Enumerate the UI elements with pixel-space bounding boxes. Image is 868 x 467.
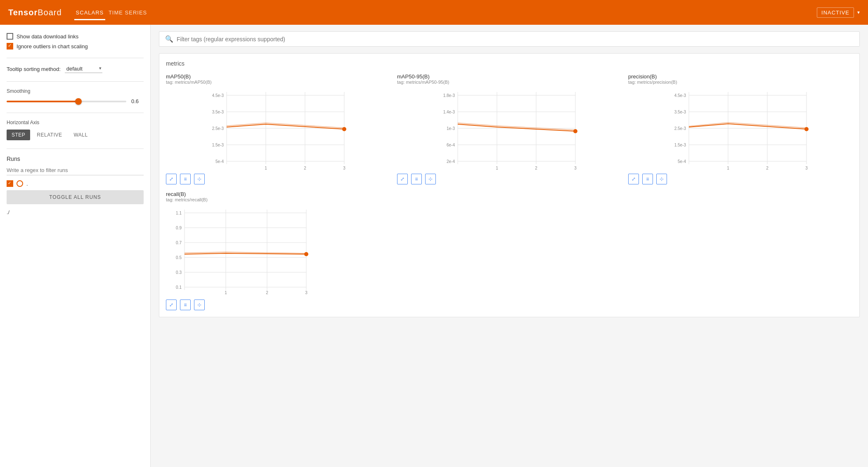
- show-download-row[interactable]: Show data download links: [7, 33, 144, 40]
- divider-2: [7, 81, 144, 82]
- runs-section: Runs . TOGGLE ALL RUNS ./: [7, 156, 144, 215]
- chart-recall-container: 1.1 0.9 0.7 0.5 0.3 0.1: [166, 205, 853, 296]
- svg-text:0.3: 0.3: [176, 270, 182, 275]
- filter-tags-input[interactable]: [177, 36, 854, 42]
- toggle-all-runs-button[interactable]: TOGGLE ALL RUNS: [7, 190, 144, 204]
- svg-text:1.8e-3: 1.8e-3: [443, 93, 455, 98]
- nav-time-series[interactable]: TIME SERIES: [107, 6, 149, 19]
- svg-text:3: 3: [805, 166, 808, 170]
- status-dropdown-arrow[interactable]: ▾: [857, 9, 860, 15]
- charts-grid: mAP50(B) tag: metrics/mAP50(B) 4.5e-3 3.…: [166, 73, 853, 184]
- svg-text:4.5e-3: 4.5e-3: [674, 93, 686, 98]
- axis-wall-btn[interactable]: WALL: [69, 130, 92, 140]
- chart-map50-icons: ⤢ ≡ ⊹: [166, 174, 390, 184]
- svg-point-73: [304, 252, 308, 256]
- tooltip-section: Tooltip sorting method: default ascendin…: [7, 65, 144, 73]
- svg-text:2.5e-3: 2.5e-3: [674, 126, 686, 131]
- data-icon-2[interactable]: ≡: [411, 174, 422, 184]
- tooltip-label: Tooltip sorting method:: [7, 66, 61, 72]
- chart-map50-title: mAP50(B): [166, 73, 390, 80]
- ignore-outliers-label: Ignore outliers in chart scaling: [17, 43, 88, 50]
- slider-row: 0.6: [7, 98, 144, 104]
- header-right: INACTIVE ▾: [817, 7, 860, 18]
- crosshair-icon-2[interactable]: ⊹: [425, 174, 436, 184]
- chart-map50-95: mAP50-95(B) tag: metrics/mAP50-95(B) 1.8…: [397, 73, 622, 184]
- svg-text:3.5e-3: 3.5e-3: [674, 110, 686, 114]
- divider-3: [7, 113, 144, 113]
- chart-map50-95-tag: tag: metrics/mAP50-95(B): [397, 80, 622, 85]
- svg-text:0.7: 0.7: [176, 241, 182, 245]
- axis-title: Horizontal Axis: [7, 120, 144, 125]
- chart-map50-tag: tag: metrics/mAP50(B): [166, 80, 390, 85]
- run-checkbox[interactable]: [7, 180, 13, 187]
- svg-text:2: 2: [766, 166, 769, 170]
- logo: TensorBoard: [8, 8, 62, 17]
- smoothing-title: Smoothing: [7, 88, 144, 94]
- status-badge: INACTIVE: [817, 7, 854, 18]
- run-path: ./: [7, 209, 9, 215]
- svg-text:0.5: 0.5: [176, 255, 182, 260]
- data-icon-1[interactable]: ≡: [180, 174, 191, 184]
- chart-precision-svg: 4.5e-3 3.5e-3 2.5e-3 1.5e-3 5e-4: [628, 88, 853, 170]
- chart-recall-title: recall(B): [166, 191, 853, 197]
- runs-title: Runs: [7, 156, 144, 162]
- chart-recall-svg: 1.1 0.9 0.7 0.5 0.3 0.1: [166, 205, 315, 296]
- chart-map50-95-svg: 1.8e-3 1.4e-3 1e-3 6e-4 2e-4: [397, 88, 622, 170]
- nav-scalars[interactable]: SCALARS: [74, 6, 106, 20]
- divider-1: [7, 58, 144, 58]
- data-icon-3[interactable]: ≡: [642, 174, 653, 184]
- expand-icon-4[interactable]: ⤢: [166, 300, 177, 310]
- svg-text:1.5e-3: 1.5e-3: [674, 143, 686, 147]
- svg-text:1.4e-3: 1.4e-3: [443, 110, 455, 114]
- chart-map50-95-title: mAP50-95(B): [397, 73, 622, 80]
- svg-text:1: 1: [496, 166, 498, 170]
- smoothing-slider[interactable]: [7, 101, 126, 102]
- runs-filter-input[interactable]: [7, 165, 144, 175]
- expand-icon-3[interactable]: ⤢: [628, 174, 639, 184]
- chart-map50: mAP50(B) tag: metrics/mAP50(B) 4.5e-3 3.…: [166, 73, 390, 184]
- chart-map50-95-container: 1.8e-3 1.4e-3 1e-3 6e-4 2e-4: [397, 88, 622, 170]
- axis-step-btn[interactable]: STEP: [7, 130, 30, 140]
- sidebar: Show data download links Ignore outliers…: [0, 25, 151, 467]
- svg-text:1.1: 1.1: [176, 211, 182, 215]
- tooltip-row: Tooltip sorting method: default ascendin…: [7, 65, 144, 73]
- smoothing-section: Smoothing 0.6: [7, 88, 144, 104]
- smoothing-value: 0.6: [131, 98, 144, 104]
- chart-map50-container: 4.5e-3 3.5e-3 2.5e-3 1.5e-3 5e-4: [166, 88, 390, 170]
- svg-text:1: 1: [727, 166, 729, 170]
- chart-precision: precision(B) tag: metrics/precision(B) 4…: [628, 73, 853, 184]
- crosshair-icon-1[interactable]: ⊹: [194, 174, 205, 184]
- svg-text:2.5e-3: 2.5e-3: [212, 126, 224, 131]
- svg-text:2e-4: 2e-4: [447, 159, 455, 164]
- svg-text:0.1: 0.1: [176, 285, 182, 290]
- svg-point-35: [573, 129, 577, 133]
- data-icon-4[interactable]: ≡: [180, 300, 191, 310]
- crosshair-icon-3[interactable]: ⊹: [656, 174, 667, 184]
- run-row: .: [7, 180, 144, 187]
- metrics-section: metrics mAP50(B) tag: metrics/mAP50(B) 4…: [159, 53, 860, 317]
- chart-recall: recall(B) tag: metrics/recall(B) 1.1 0.9…: [166, 191, 853, 310]
- svg-text:1.5e-3: 1.5e-3: [212, 143, 224, 147]
- chart-precision-container: 4.5e-3 3.5e-3 2.5e-3 1.5e-3 5e-4: [628, 88, 853, 170]
- ignore-outliers-checkbox[interactable]: [7, 43, 13, 50]
- run-name: .: [26, 181, 28, 187]
- search-icon: 🔍: [165, 35, 173, 43]
- svg-text:3: 3: [574, 166, 577, 170]
- crosshair-icon-4[interactable]: ⊹: [194, 300, 205, 310]
- ignore-outliers-row[interactable]: Ignore outliers in chart scaling: [7, 43, 144, 50]
- show-download-checkbox[interactable]: [7, 33, 13, 40]
- svg-point-17: [342, 127, 346, 131]
- slider-thumb[interactable]: [75, 98, 82, 105]
- tooltip-select[interactable]: default ascending descending nearest: [65, 65, 102, 73]
- run-color-indicator: [17, 180, 23, 187]
- svg-text:3: 3: [343, 166, 345, 170]
- show-download-label: Show data download links: [17, 33, 78, 40]
- expand-icon-1[interactable]: ⤢: [166, 174, 177, 184]
- svg-text:1: 1: [265, 166, 267, 170]
- expand-icon-2[interactable]: ⤢: [397, 174, 408, 184]
- chart-precision-title: precision(B): [628, 73, 853, 80]
- axis-relative-btn[interactable]: RELATIVE: [32, 130, 67, 140]
- chart-map50-svg: 4.5e-3 3.5e-3 2.5e-3 1.5e-3 5e-4: [166, 88, 390, 170]
- chart-recall-icons: ⤢ ≡ ⊹: [166, 300, 853, 310]
- chart-map50-95-icons: ⤢ ≡ ⊹: [397, 174, 622, 184]
